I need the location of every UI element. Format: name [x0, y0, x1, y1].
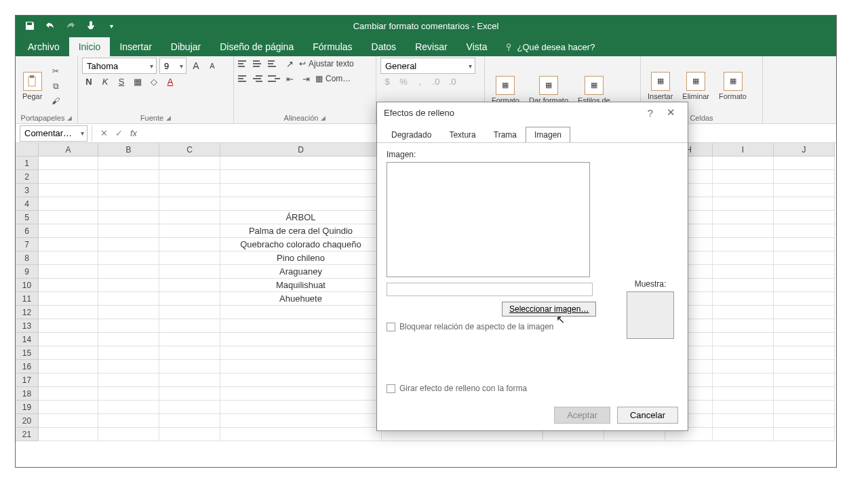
- cell-B8[interactable]: [98, 251, 159, 265]
- enter-formula-icon[interactable]: ✓: [111, 128, 126, 138]
- cell-I2[interactable]: [713, 170, 774, 184]
- font-size-combo[interactable]: 9: [159, 58, 186, 74]
- cell-A7[interactable]: [39, 238, 98, 251]
- cell-C9[interactable]: [159, 265, 220, 279]
- dialog-tab-trama[interactable]: Trama: [485, 127, 526, 143]
- cell-I19[interactable]: [713, 401, 774, 414]
- currency-icon[interactable]: $: [380, 77, 394, 87]
- cell-D14[interactable]: [220, 333, 382, 346]
- cell-B20[interactable]: [98, 414, 159, 428]
- cell-D2[interactable]: [220, 170, 382, 184]
- cell-B13[interactable]: [98, 319, 159, 333]
- ribbon-tab-vista[interactable]: Vista: [457, 37, 497, 56]
- cell-J15[interactable]: [774, 346, 835, 360]
- italic-button[interactable]: K: [98, 77, 112, 87]
- row-header-20[interactable]: 20: [16, 414, 39, 428]
- ribbon-tab-fórmulas[interactable]: Fórmulas: [303, 37, 361, 56]
- row-header-6[interactable]: 6: [16, 224, 39, 238]
- cell-D15[interactable]: [220, 346, 382, 360]
- row-header-11[interactable]: 11: [16, 292, 39, 306]
- cell-I8[interactable]: [713, 251, 774, 265]
- cell-J2[interactable]: [774, 170, 835, 184]
- cell-J11[interactable]: [774, 292, 835, 306]
- cell-B12[interactable]: [98, 306, 159, 319]
- row-header-15[interactable]: 15: [16, 346, 39, 360]
- cell-C3[interactable]: [159, 184, 220, 197]
- border-icon[interactable]: ▦: [131, 77, 144, 87]
- cell-J13[interactable]: [774, 319, 835, 333]
- cell-C10[interactable]: [159, 279, 220, 292]
- cell-A15[interactable]: [39, 346, 98, 360]
- align-right-icon[interactable]: [268, 73, 280, 85]
- cell-A6[interactable]: [39, 224, 98, 238]
- row-header-1[interactable]: 1: [16, 157, 39, 170]
- cell-A10[interactable]: [39, 279, 98, 292]
- cell-A17[interactable]: [39, 373, 98, 387]
- row-header-12[interactable]: 12: [16, 306, 39, 319]
- cell-J1[interactable]: [774, 157, 835, 170]
- row-header-16[interactable]: 16: [16, 360, 39, 373]
- cell-B9[interactable]: [98, 265, 159, 279]
- cell-B3[interactable]: [98, 184, 159, 197]
- cell-D6[interactable]: Palma de cera del Quindio: [220, 224, 382, 238]
- cell-D4[interactable]: [220, 197, 382, 211]
- cell-I18[interactable]: [713, 387, 774, 401]
- cell-I10[interactable]: [713, 279, 774, 292]
- cell-J8[interactable]: [774, 251, 835, 265]
- cell-I17[interactable]: [713, 373, 774, 387]
- cell-J20[interactable]: [774, 414, 835, 428]
- cell-J5[interactable]: [774, 211, 835, 224]
- comma-icon[interactable]: ,: [413, 77, 427, 87]
- cell-styles-button[interactable]: ▦Estilos de: [575, 75, 613, 106]
- row-header-10[interactable]: 10: [16, 279, 39, 292]
- cell-C19[interactable]: [159, 401, 220, 414]
- cell-A14[interactable]: [39, 333, 98, 346]
- touch-mode-icon[interactable]: [82, 17, 100, 35]
- cell-C15[interactable]: [159, 346, 220, 360]
- cell-C1[interactable]: [159, 157, 220, 170]
- column-header-B[interactable]: B: [98, 143, 159, 157]
- cell-C17[interactable]: [159, 373, 220, 387]
- row-header-8[interactable]: 8: [16, 251, 39, 265]
- column-header-I[interactable]: I: [713, 143, 774, 157]
- cell-J6[interactable]: [774, 224, 835, 238]
- qat-customize-icon[interactable]: ▾: [102, 17, 120, 35]
- column-header-A[interactable]: A: [39, 143, 98, 157]
- help-icon[interactable]: ?: [640, 102, 660, 123]
- cell-J10[interactable]: [774, 279, 835, 292]
- bold-button[interactable]: N: [82, 77, 96, 87]
- row-header-21[interactable]: 21: [16, 428, 39, 441]
- cell-D18[interactable]: [220, 387, 382, 401]
- cell-B4[interactable]: [98, 197, 159, 211]
- cell-I14[interactable]: [713, 333, 774, 346]
- cell-C4[interactable]: [159, 197, 220, 211]
- cell-C12[interactable]: [159, 306, 220, 319]
- format-painter-icon[interactable]: 🖌: [49, 94, 62, 108]
- row-header-3[interactable]: 3: [16, 184, 39, 197]
- cell-J14[interactable]: [774, 333, 835, 346]
- redo-icon[interactable]: [62, 17, 79, 35]
- row-header-2[interactable]: 2: [16, 170, 39, 184]
- column-header-J[interactable]: J: [774, 143, 835, 157]
- cell-C18[interactable]: [159, 387, 220, 401]
- cell-B18[interactable]: [98, 387, 159, 401]
- cell-D3[interactable]: [220, 184, 382, 197]
- row-header-17[interactable]: 17: [16, 373, 39, 387]
- cell-D7[interactable]: Quebracho colorado chaqueño: [220, 238, 382, 251]
- row-header-7[interactable]: 7: [16, 238, 39, 251]
- cell-B10[interactable]: [98, 279, 159, 292]
- cell-A11[interactable]: [39, 292, 98, 306]
- cell-D8[interactable]: Pino chileno: [220, 251, 382, 265]
- format-cells-button[interactable]: ▦Formato: [716, 70, 749, 102]
- indent-right-icon[interactable]: ⇥: [299, 74, 313, 84]
- cell-D10[interactable]: Maquilishuat: [220, 279, 382, 292]
- cell-A4[interactable]: [39, 197, 98, 211]
- cell-C2[interactable]: [159, 170, 220, 184]
- cell-C7[interactable]: [159, 238, 220, 251]
- select-all-corner[interactable]: [16, 143, 39, 157]
- cell-A9[interactable]: [39, 265, 98, 279]
- wrap-text-button[interactable]: ↩ Ajustar texto: [299, 59, 354, 68]
- cell-B2[interactable]: [98, 170, 159, 184]
- cell-B5[interactable]: [98, 211, 159, 224]
- cell-C16[interactable]: [159, 360, 220, 373]
